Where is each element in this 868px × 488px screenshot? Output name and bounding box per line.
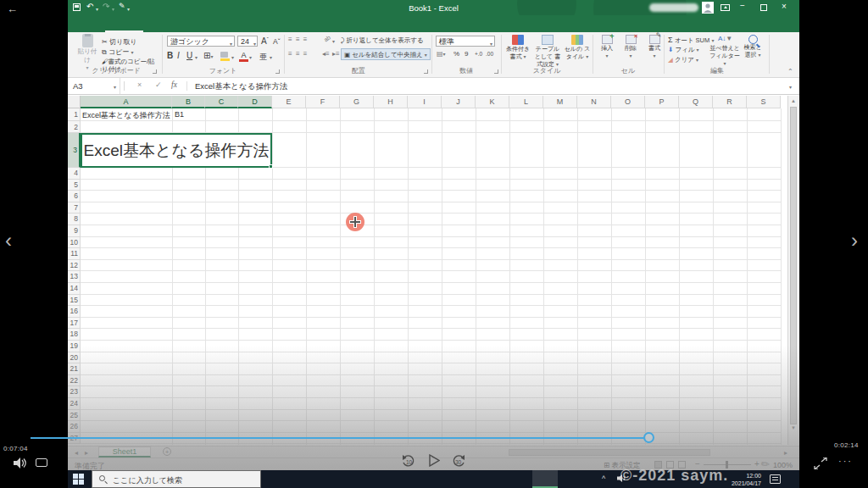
row-header-20[interactable]: 20	[68, 352, 81, 364]
h-scroll-right-icon[interactable]: ▸	[784, 449, 787, 457]
row-header-13[interactable]: 13	[68, 271, 81, 283]
insert-cells-button[interactable]: + 挿入▾	[597, 35, 617, 60]
cancel-entry-icon[interactable]: ×	[137, 80, 142, 89]
vertical-align-buttons[interactable]: ≡ ≡ ≡	[288, 36, 308, 43]
collapse-ribbon-icon[interactable]: ⌃	[787, 68, 793, 75]
account-avatar[interactable]	[702, 2, 714, 14]
selected-merged-cell-A3[interactable]: Excel基本となる操作方法	[81, 133, 272, 168]
more-options-icon[interactable]: ···	[838, 456, 853, 466]
row-header-15[interactable]: 15	[68, 295, 81, 307]
next-video-chevron[interactable]: ›	[851, 230, 858, 251]
row-header-7[interactable]: 7	[68, 202, 81, 214]
name-box-dropdown-icon[interactable]: ▾	[114, 84, 116, 90]
fill-button[interactable]: ⬇ フィル ▾	[668, 46, 699, 54]
row-header-22[interactable]: 22	[68, 375, 81, 387]
progress-handle[interactable]	[643, 432, 654, 443]
formula-content[interactable]: Excel基本となる操作方法	[195, 78, 287, 94]
row-header-24[interactable]: 24	[68, 398, 81, 410]
sheet-nav-right-icon[interactable]: ▸	[85, 449, 88, 457]
play-button[interactable]	[429, 454, 440, 467]
row-header-21[interactable]: 21	[68, 363, 81, 375]
row-header-12[interactable]: 12	[68, 260, 81, 272]
row-header-19[interactable]: 19	[68, 341, 81, 352]
row-header-16[interactable]: 16	[68, 306, 81, 318]
column-header-L[interactable]: L	[509, 96, 543, 108]
row-header-2[interactable]: 2	[68, 121, 81, 133]
progress-bar[interactable]	[31, 437, 644, 439]
row-header-4[interactable]: 4	[68, 168, 81, 180]
column-header-G[interactable]: G	[340, 96, 374, 108]
horizontal-scroll-thumb[interactable]	[509, 449, 710, 456]
underline-button[interactable]: U	[186, 51, 192, 60]
font-name-select[interactable]: 游ゴシック▾	[167, 36, 235, 47]
row-header-23[interactable]: 23	[68, 386, 81, 398]
paste-button[interactable]: 貼り付け ▾	[76, 36, 98, 70]
select-all-corner[interactable]	[68, 96, 81, 108]
maximize-icon[interactable]	[760, 4, 767, 11]
subtitles-icon[interactable]	[36, 458, 47, 467]
conditional-formatting-button[interactable]: 条件付き 書式 ▾	[504, 35, 532, 61]
column-header-O[interactable]: O	[611, 96, 645, 108]
scroll-up-icon[interactable]: ▲	[788, 96, 798, 106]
ribbon-display-options-icon[interactable]	[721, 4, 730, 11]
cell-A1[interactable]: Excel基本となる操作方法	[82, 110, 171, 121]
vertical-scroll-thumb[interactable]	[790, 107, 797, 424]
row-header-5[interactable]: 5	[68, 180, 81, 191]
back-arrow-icon[interactable]: ←	[7, 3, 18, 15]
add-sheet-icon[interactable]: +	[163, 447, 171, 456]
scroll-down-icon[interactable]: ▼	[788, 425, 798, 430]
sheet-tab-sheet1[interactable]: Sheet1	[98, 446, 151, 458]
row-header-11[interactable]: 11	[68, 248, 81, 260]
delete-cells-button[interactable]: × 削除▾	[620, 35, 641, 60]
number-format-select[interactable]: 標準▾	[436, 36, 495, 47]
row-header-14[interactable]: 14	[68, 283, 81, 295]
column-header-D[interactable]: D	[238, 96, 272, 108]
font-dialog-launcher[interactable]	[275, 69, 280, 74]
row-header-9[interactable]: 9	[68, 225, 81, 237]
decrease-indent-icon[interactable]: ◂≡	[322, 50, 330, 58]
increase-decimal-button[interactable]: +.0	[475, 51, 482, 57]
close-icon[interactable]: ×	[782, 3, 787, 11]
confirm-entry-icon[interactable]: ✓	[155, 80, 162, 89]
column-header-M[interactable]: M	[543, 96, 577, 108]
wrap-text-button[interactable]: ⤸ 折り返して全体を表示する	[341, 36, 424, 45]
decrease-decimal-button[interactable]: .00	[486, 51, 493, 57]
column-header-H[interactable]: H	[374, 96, 408, 108]
cell-B1[interactable]: B1	[175, 110, 184, 119]
insert-function-icon[interactable]: fx	[171, 80, 177, 89]
autosum-button[interactable]: Σ オート SUM ▾	[668, 36, 714, 45]
forward-30-button[interactable]: 30	[451, 455, 465, 468]
sort-filter-button[interactable]: A↓▼ 並べ替えと フィルター ▾	[709, 35, 740, 67]
row-header-8[interactable]: 8	[68, 214, 81, 225]
accounting-format-icon[interactable]: ▤▾	[437, 50, 446, 58]
column-header-I[interactable]: I	[408, 96, 442, 108]
font-size-select[interactable]: 24▾	[237, 36, 258, 47]
prev-video-chevron[interactable]: ‹	[5, 230, 12, 251]
column-header-B[interactable]: B	[172, 96, 205, 108]
sheet-nav-left-icon[interactable]: ◂	[75, 449, 78, 457]
notification-center-icon[interactable]	[770, 474, 781, 484]
cell-styles-button[interactable]: セルの スタイル ▾	[563, 35, 592, 61]
ruby-icon[interactable]: 亜	[259, 52, 267, 63]
row-header-26[interactable]: 26	[68, 421, 81, 433]
percent-style-button[interactable]: %	[453, 50, 459, 58]
fill-color-icon[interactable]	[220, 52, 230, 61]
shrink-font-button[interactable]: Aˇ	[273, 37, 281, 46]
font-color-icon[interactable]: A	[239, 51, 248, 62]
clipboard-dialog-launcher[interactable]	[153, 69, 157, 74]
column-header-K[interactable]: K	[476, 96, 509, 108]
copy-button[interactable]: ⧉ コピー ▾	[102, 47, 134, 57]
fullscreen-icon[interactable]	[814, 458, 827, 469]
horizontal-align-buttons[interactable]: ≡ ≡ ≡	[288, 50, 308, 58]
column-header-S[interactable]: S	[747, 96, 781, 108]
fill-handle[interactable]	[269, 164, 273, 169]
format-as-table-button[interactable]: テーブルとして 書式設定 ▾	[533, 35, 562, 68]
row-header-25[interactable]: 25	[68, 410, 81, 422]
underline-dropdown-icon[interactable]: ▾	[195, 54, 198, 60]
find-select-button[interactable]: 検索と 選択 ▾	[740, 35, 765, 59]
cut-button[interactable]: ✂ 切り取り	[102, 37, 136, 47]
font-color-dropdown-icon[interactable]: ▾	[249, 54, 252, 60]
orientation-icon[interactable]: ab	[323, 34, 331, 42]
row-header-1[interactable]: 1	[68, 108, 81, 121]
format-cells-button[interactable]: ✎ 書式▾	[644, 35, 665, 60]
